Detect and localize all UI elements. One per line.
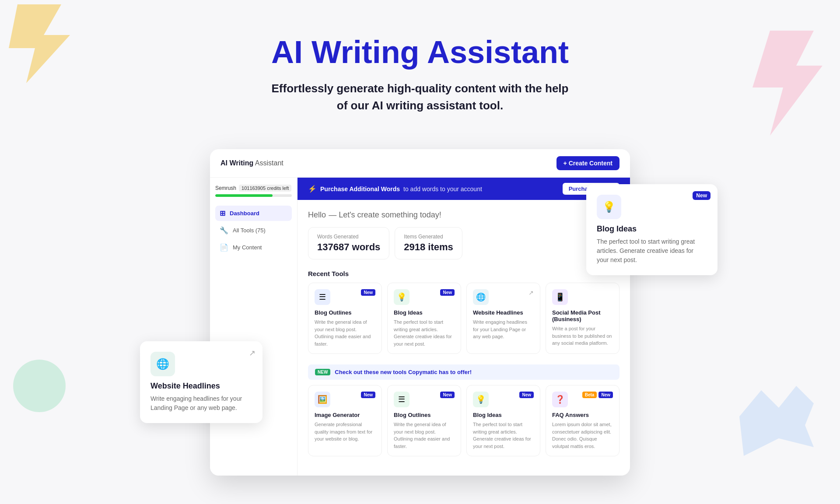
- dashboard-greeting: Hello — Let's create something today!: [308, 209, 620, 220]
- website-headlines-tool-name: Website Headlines: [473, 309, 534, 316]
- new-tools-grid: 🖼️ New Image Generator Generate professi…: [308, 385, 620, 456]
- tool-arrow-icon: ↗: [528, 289, 534, 296]
- image-generator-icon: 🖼️: [315, 392, 330, 407]
- banner-light-text: to add words to your account: [403, 186, 482, 192]
- tool-card-header-2: 💡 New: [394, 289, 455, 305]
- floating-card-blog[interactable]: New 💡 Blog Ideas The perfect tool to sta…: [586, 184, 718, 275]
- sidebar-item-dashboard[interactable]: ⊞ Dashboard: [215, 206, 292, 221]
- faq-beta-badge: Beta: [582, 392, 597, 398]
- items-generated-card: Items Generated 2918 items: [395, 227, 462, 259]
- blog-outlines-2-name: Blog Outlines: [394, 412, 455, 418]
- tool-card-image-generator[interactable]: 🖼️ New Image Generator Generate professi…: [308, 385, 382, 456]
- items-generated-label: Items Generated: [404, 234, 453, 240]
- blog-ideas-tool-desc: The perfect tool to start writing great …: [394, 318, 455, 347]
- blog-outlines-icon: ☰: [315, 289, 330, 305]
- website-headlines-title: Website Headlines: [150, 382, 252, 391]
- blog-ideas-icon: 💡: [597, 195, 621, 219]
- words-generated-value: 137687 words: [317, 242, 380, 253]
- my-content-icon: 📄: [220, 243, 228, 252]
- create-content-button[interactable]: + Create Content: [556, 156, 620, 170]
- tool-card-social-media[interactable]: 📱 Social Media Post (Business) Write a p…: [546, 283, 620, 354]
- tool-card-header: ☰ New: [315, 289, 375, 305]
- sidebar-item-my-content[interactable]: 📄 My Content: [215, 240, 292, 255]
- tool-card-header-8: ❓ Beta New: [552, 392, 613, 407]
- all-tools-icon: 🔧: [220, 226, 228, 234]
- website-headlines-desc: Write engaging headlines for your Landin…: [150, 394, 252, 413]
- blog-ideas-2-badge: New: [519, 392, 534, 398]
- recent-tools-grid: ☰ New Blog Outlines Write the general id…: [308, 283, 620, 354]
- purchase-words-banner: ⚡ Purchase Additional Words to add words…: [298, 178, 630, 200]
- credits-brand: Semrush: [215, 185, 236, 191]
- tool-card-blog-ideas-2[interactable]: 💡 New Blog Ideas The perfect tool to sta…: [466, 385, 540, 456]
- credits-bar: [215, 194, 292, 197]
- tool-card-blog-outlines-2[interactable]: ☰ New Blog Outlines Write the general id…: [387, 385, 461, 456]
- website-headlines-icon: 🌐: [150, 352, 175, 376]
- website-headlines-tool-icon: 🌐: [473, 289, 489, 305]
- credits-info: Semrush 101163905 credits left: [215, 185, 292, 192]
- tool-card-header-4: 📱: [552, 289, 613, 305]
- faq-badges: Beta New: [582, 392, 613, 398]
- tool-card-header-7: 💡 New: [473, 392, 534, 407]
- blog-outlines-2-icon: ☰: [394, 392, 410, 407]
- words-generated-card: Words Generated 137687 words: [308, 227, 389, 259]
- dashboard-content: Hello — Let's create something today! Wo…: [298, 200, 630, 476]
- main-content: ⚡ Purchase Additional Words to add words…: [298, 178, 630, 476]
- app-screenshot-container: ↗ 🌐 Website Headlines Write engaging hea…: [210, 149, 630, 476]
- tool-card-header-3: 🌐 ↗: [473, 289, 534, 305]
- hello-tagline: — Let's create something today!: [329, 210, 441, 219]
- credits-amount: 101163905 credits left: [239, 185, 291, 192]
- decorative-shape-green: [9, 355, 70, 416]
- blog-ideas-tool-name: Blog Ideas: [394, 309, 455, 316]
- dashboard-icon: ⊞: [220, 209, 225, 217]
- logo-bold: AI Writing: [220, 159, 253, 167]
- sidebar-item-all-tools[interactable]: 🔧 All Tools (75): [215, 223, 292, 238]
- page-title: AI Writing Assistant: [9, 35, 831, 70]
- arrow-icon: ↗: [249, 348, 256, 358]
- stats-row: Words Generated 137687 words Items Gener…: [308, 227, 620, 259]
- decorative-shape-blue: [735, 382, 822, 460]
- items-generated-value: 2918 items: [404, 242, 453, 253]
- image-generator-desc: Generate professional quality images fro…: [315, 421, 375, 443]
- sidebar-navigation: ⊞ Dashboard 🔧 All Tools (75) 📄 My Conten…: [215, 206, 292, 255]
- credits-bar-fill: [215, 194, 273, 197]
- faq-new-badge: New: [598, 392, 613, 398]
- credits-section: Semrush 101163905 credits left: [215, 185, 292, 197]
- tool-card-faq-answers[interactable]: ❓ Beta New FAQ Answers Lorem ipsum dolor…: [546, 385, 620, 456]
- hello-text: Hello: [308, 210, 326, 219]
- social-media-desc: Write a post for your business to be pub…: [552, 325, 613, 347]
- blog-outlines-2-desc: Write the general idea of your next blog…: [394, 421, 455, 450]
- floating-card-website[interactable]: ↗ 🌐 Website Headlines Write engaging hea…: [140, 341, 262, 423]
- image-generator-badge: New: [361, 392, 375, 398]
- tool-card-website-headlines[interactable]: 🌐 ↗ Website Headlines Write engaging hea…: [466, 283, 540, 354]
- faq-answers-icon: ❓: [552, 392, 568, 407]
- app-body: Semrush 101163905 credits left ⊞ Dashboa…: [210, 178, 630, 476]
- logo-light: Assistant: [253, 159, 283, 167]
- tool-card-blog-outlines[interactable]: ☰ New Blog Outlines Write the general id…: [308, 283, 382, 354]
- blog-ideas-title: Blog Ideas: [597, 224, 707, 234]
- banner-text: ⚡ Purchase Additional Words to add words…: [308, 185, 482, 193]
- app-logo: AI Writing Assistant: [220, 159, 284, 167]
- tool-card-blog-ideas[interactable]: 💡 New Blog Ideas The perfect tool to sta…: [387, 283, 461, 354]
- blog-ideas-new-badge: New: [693, 191, 710, 200]
- sidebar-item-my-content-label: My Content: [233, 244, 262, 251]
- sidebar-item-dashboard-label: Dashboard: [230, 210, 259, 217]
- social-media-icon: 📱: [552, 289, 568, 305]
- faq-answers-name: FAQ Answers: [552, 412, 613, 418]
- blog-ideas-badge: New: [440, 289, 455, 296]
- image-generator-name: Image Generator: [315, 412, 375, 418]
- words-generated-label: Words Generated: [317, 234, 380, 240]
- website-headlines-tool-desc: Write engaging headlines for your Landin…: [473, 318, 534, 340]
- blog-ideas-2-desc: The perfect tool to start writing great …: [473, 421, 534, 450]
- svg-point-0: [13, 360, 66, 412]
- sidebar: Semrush 101163905 credits left ⊞ Dashboa…: [210, 178, 298, 476]
- blog-outlines-desc: Write the general idea of your next blog…: [315, 318, 375, 347]
- app-ui-mockup: AI Writing Assistant + Create Content Se…: [210, 149, 630, 476]
- recent-tools-title: Recent Tools: [308, 270, 620, 277]
- tool-card-header-6: ☰ New: [394, 392, 455, 407]
- blog-ideas-2-name: Blog Ideas: [473, 412, 534, 418]
- blog-outlines-2-badge: New: [440, 392, 455, 398]
- tool-card-header-5: 🖼️ New: [315, 392, 375, 407]
- faq-answers-desc: Lorem ipsum dolor sit amet, consectetuer…: [552, 421, 613, 450]
- hero-section: AI Writing Assistant Effortlessly genera…: [0, 0, 840, 132]
- new-tools-announcement: NEW Check out these new tools Copymatic …: [308, 364, 620, 380]
